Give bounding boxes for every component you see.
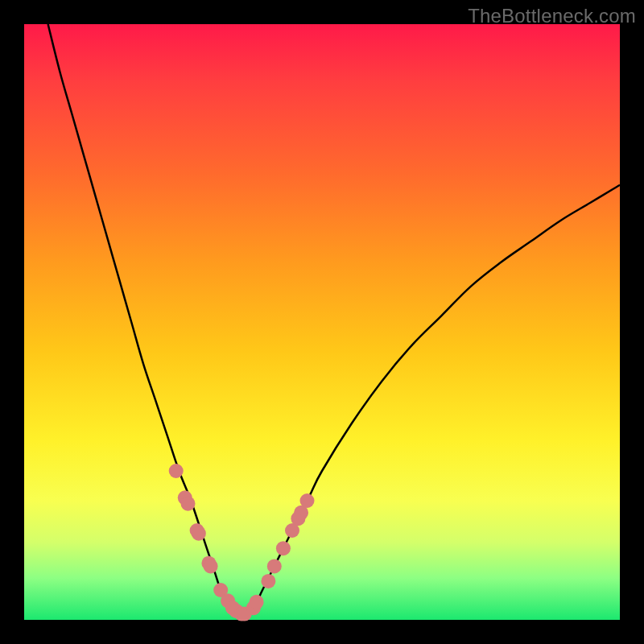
chart-frame: TheBottleneck.com — [0, 0, 644, 644]
highlighted-points — [169, 464, 315, 621]
plot-area — [24, 24, 620, 620]
marker-dot — [192, 526, 206, 541]
bottleneck-curve — [48, 24, 620, 615]
marker-dot — [276, 541, 291, 555]
marker-dot — [250, 595, 264, 609]
marker-dot — [181, 497, 196, 511]
marker-dot — [300, 493, 315, 508]
marker-dot — [267, 559, 282, 573]
marker-dot — [261, 574, 275, 588]
curve-layer — [24, 24, 620, 620]
marker-dot — [169, 464, 184, 478]
marker-dot — [204, 559, 218, 573]
